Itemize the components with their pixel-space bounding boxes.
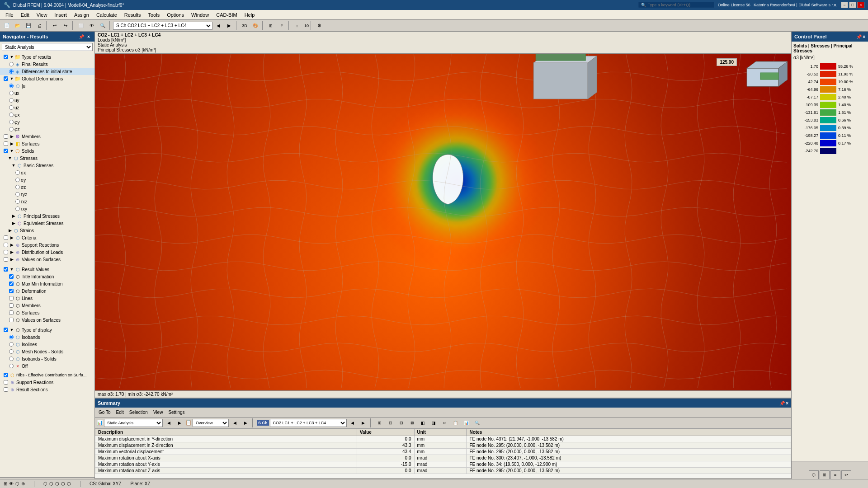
tau-xy-radio[interactable] (15, 206, 20, 211)
summary-view-prev[interactable]: ◀ (230, 418, 240, 428)
summary-load-combo[interactable]: CO2 LC1 + LC2 + LC3 + LC4 (270, 419, 347, 427)
next-case-button[interactable]: ▶ (224, 21, 234, 31)
tree-basic-stresses[interactable]: ▼ ⬡ Basic Stresses (0, 162, 94, 169)
status-icon-9[interactable]: ⬡ (67, 481, 71, 486)
members-toggle[interactable]: ▶ (9, 134, 14, 139)
select-button[interactable]: ⬜ (76, 21, 86, 31)
menu-calculate[interactable]: Calculate (93, 11, 121, 19)
global-search-input[interactable] (648, 3, 711, 7)
tree-values-surfaces-item[interactable]: ⬡ Values on Surfaces (0, 316, 94, 324)
cp-btn-3[interactable]: ≡ (830, 470, 840, 479)
tree-differences[interactable]: ◈ Differences to initial state (0, 68, 94, 75)
tree-maxmin-information[interactable]: ⬡ Max Min Information (0, 280, 94, 287)
tree-strains[interactable]: ▶ ⬡ Strains (0, 227, 94, 234)
3d-button[interactable]: 3D (240, 21, 250, 31)
summary-tb8[interactable]: 📋 (451, 418, 461, 428)
summary-tb5[interactable]: ◧ (418, 418, 428, 428)
members-rv-checkbox[interactable] (9, 303, 14, 308)
summary-view-next[interactable]: ▶ (241, 418, 250, 428)
menu-window[interactable]: Window (188, 11, 212, 19)
cp-btn-2[interactable]: ⊞ (820, 470, 830, 479)
col-description[interactable]: Description (95, 429, 357, 436)
type-of-display-checkbox[interactable] (4, 328, 8, 332)
table-row[interactable]: Maximum rotation about Z-axis 0.0 mrad F… (95, 468, 791, 474)
distribution-loads-checkbox[interactable] (4, 250, 8, 254)
tree-support-reactions-2[interactable]: ⊕ Support Reactions (0, 379, 94, 386)
members-checkbox[interactable] (4, 134, 8, 139)
tree-tau-xz[interactable]: τxz (0, 198, 94, 205)
sigma-x-radio[interactable] (15, 170, 20, 175)
menu-edit[interactable]: Edit (17, 11, 33, 19)
col-value[interactable]: Value (357, 429, 414, 436)
distribution-loads-toggle[interactable]: ▶ (9, 249, 14, 255)
support-reactions-checkbox[interactable] (4, 243, 8, 247)
summary-goto[interactable]: Go To (97, 409, 113, 415)
menu-file[interactable]: File (2, 11, 17, 19)
tree-result-sections[interactable]: ⊕ Result Sections (0, 386, 94, 393)
summary-tb9[interactable]: 📊 (462, 418, 472, 428)
nav-close-button[interactable]: × (85, 33, 92, 40)
status-icon-3[interactable]: ⬡ (15, 481, 19, 486)
render-button[interactable]: 🎨 (250, 21, 260, 31)
tau-xz-radio[interactable] (15, 199, 20, 204)
global-deformations-checkbox[interactable] (4, 76, 8, 81)
summary-tb4[interactable]: ⊠ (407, 418, 417, 428)
tree-distribution-of-loads[interactable]: ▶ ⊕ Distribution of Loads (0, 249, 94, 256)
tree-deform-phiz[interactable]: φz (0, 126, 94, 133)
tree-sigma-y[interactable]: σy (0, 176, 94, 183)
tree-deformation-item[interactable]: ⬡ Deformation (0, 287, 94, 295)
mesh-button[interactable]: ⊞ (266, 21, 276, 31)
global-deformations-toggle[interactable]: ▼ (9, 76, 14, 81)
minimize-button[interactable]: − (841, 2, 848, 8)
cp-btn-1[interactable]: ⬡ (809, 470, 819, 479)
deform-phix-radio[interactable] (9, 113, 14, 117)
tree-type-of-results[interactable]: ▼ 📁 Type of results (0, 53, 94, 61)
tree-lines-item[interactable]: ⬡ Lines (0, 295, 94, 302)
tree-global-deformations[interactable]: ▼ 📁 Global Deformations (0, 75, 94, 82)
tree-surfaces[interactable]: ▶ ◧ Surfaces (0, 140, 94, 147)
summary-settings[interactable]: Settings (166, 409, 186, 415)
status-icon-1[interactable]: ⊞ (4, 481, 7, 486)
deform-button[interactable]: ↕ (292, 21, 302, 31)
isobands-radio[interactable] (9, 335, 14, 339)
tree-deform-phix[interactable]: φx (0, 111, 94, 118)
sigma-y-radio[interactable] (15, 178, 20, 182)
surfaces-checkbox[interactable] (4, 141, 8, 146)
basic-stresses-toggle[interactable]: ▼ (11, 163, 16, 168)
summary-tb7[interactable]: ↩ (440, 418, 450, 428)
type-of-results-toggle[interactable]: ▼ (9, 54, 14, 60)
menu-help[interactable]: Help (241, 11, 259, 19)
nav-pin-button[interactable]: 📌 (78, 33, 85, 40)
deform-phiz-radio[interactable] (9, 127, 14, 131)
summary-close-icon[interactable]: × (786, 401, 788, 406)
summary-tb10[interactable]: 🔍 (472, 418, 482, 428)
menu-options[interactable]: Options (163, 11, 188, 19)
tree-deform-phiy[interactable]: φy (0, 118, 94, 126)
summary-tb6[interactable]: ◨ (429, 418, 439, 428)
tree-sigma-x[interactable]: σx (0, 169, 94, 176)
summary-prev-button[interactable]: ◀ (164, 418, 174, 428)
solids-checkbox[interactable] (4, 149, 8, 153)
viewport-3d[interactable]: 125.00 (95, 54, 791, 390)
print-button[interactable]: 🖨 (34, 21, 44, 31)
summary-tb1[interactable]: ⊞ (375, 418, 385, 428)
isolines-radio[interactable] (9, 342, 14, 347)
cp-close[interactable]: × (863, 34, 865, 39)
tree-sigma-z[interactable]: σz (0, 183, 94, 191)
close-button[interactable]: × (857, 2, 864, 8)
tree-isobands-solids[interactable]: ⬡ Isobands - Solids (0, 355, 94, 362)
menu-tools[interactable]: Tools (144, 11, 163, 19)
zoom-button[interactable]: 🔍 (98, 21, 108, 31)
support-reactions-2-checkbox[interactable] (4, 380, 8, 385)
menu-assign[interactable]: Assign (71, 11, 93, 19)
redo-button[interactable]: ↪ (61, 21, 71, 31)
deform-u-radio[interactable] (9, 84, 14, 88)
view-button[interactable]: 👁 (87, 21, 97, 31)
deform-ux-radio[interactable] (9, 91, 14, 95)
tree-tau-xy[interactable]: τxy (0, 205, 94, 212)
load-case-combo[interactable]: S Ch CO2 LC1 + LC2 + LC3 + LC4 (113, 22, 212, 30)
open-button[interactable]: 📂 (13, 21, 23, 31)
ribs-checkbox[interactable] (4, 373, 8, 377)
tree-criteria[interactable]: ▶ ⬡ Criteria (0, 234, 94, 241)
table-row[interactable]: Maximum displacement in Y-direction 0.0 … (95, 436, 791, 442)
